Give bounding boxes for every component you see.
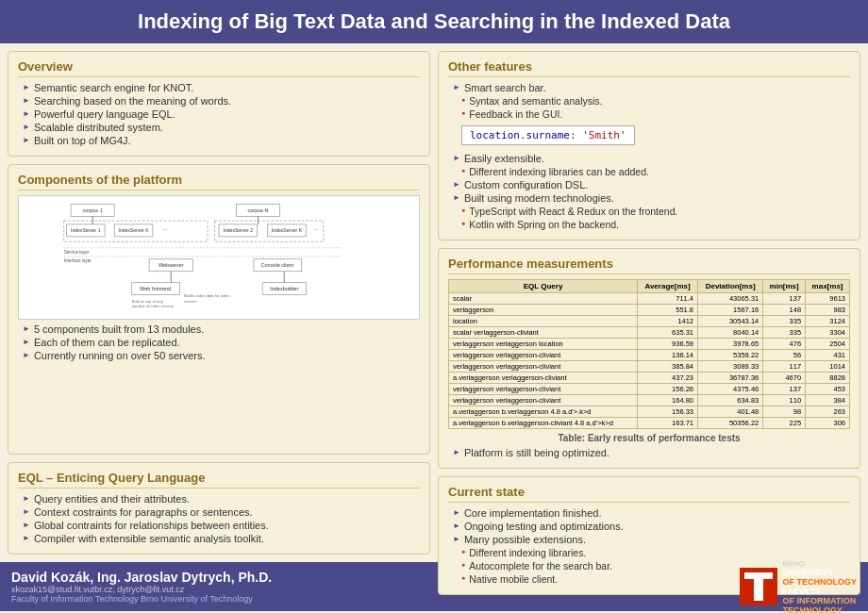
- list-item: Searching based on the meaning of words.: [23, 95, 420, 107]
- brno-logo: [740, 568, 777, 605]
- svg-text:number of index servers: number of index servers: [132, 304, 174, 308]
- table-row: scalar verlaggerson-cliviant635.318040.1…: [449, 327, 850, 339]
- architecture-diagram: corpus 1 corpus N IndexServer 1 IndexSer…: [23, 200, 415, 313]
- svg-text:IndexServer K: IndexServer K: [272, 227, 303, 233]
- components-list: 5 components built from 13 modules. Each…: [18, 323, 420, 361]
- table-row: verlaggerson verlaggerson-cliviant164.80…: [449, 395, 850, 406]
- performance-notes: Platform is still being optimized.: [448, 447, 850, 458]
- table-row: verlaggerson verlaggerson-cliviant156.26…: [449, 384, 850, 395]
- list-item: Syntax and semantic analysis.: [461, 95, 850, 107]
- list-item: Powerful query language EQL.: [23, 108, 420, 120]
- list-item: Query entities and their attributes.: [23, 493, 420, 505]
- list-item: Currently running on over 50 servers.: [23, 350, 420, 361]
- other-features-list: Smart search bar.: [448, 82, 850, 93]
- performance-section: Performance measurements EQL Query Avera…: [438, 248, 860, 469]
- footer-right: BRNO UNIVERSITY OF TECHNOLOGY FACULTY OF…: [740, 559, 858, 614]
- current-state-title: Current state: [448, 485, 850, 503]
- other-features-section: Other features Smart search bar. Syntax …: [438, 51, 860, 240]
- other-features-title: Other features: [448, 59, 850, 77]
- col-header-query: EQL Query: [449, 280, 638, 293]
- list-item: Feedback in the GUI.: [461, 108, 850, 120]
- col-header-avg: Average[ms]: [638, 280, 698, 293]
- overview-list: Semantic search engine for KNOT. Searchi…: [18, 82, 420, 146]
- list-item: 5 components built from 13 modules.: [23, 323, 420, 335]
- left-column: Overview Semantic search engine for KNOT…: [8, 51, 430, 555]
- col-header-max: max[ms]: [806, 280, 850, 293]
- components-section: Components of the platform corpus 1 corp…: [8, 164, 430, 455]
- overview-section: Overview Semantic search engine for KNOT…: [8, 51, 430, 157]
- svg-text:Web frontend: Web frontend: [140, 286, 171, 291]
- email: xkozak15@stud.fit.vutbr.cz, dytrych@fit.…: [11, 585, 272, 594]
- list-item: Platform is still being optimized.: [453, 447, 850, 458]
- list-item: Built on top of MG4J.: [23, 135, 420, 146]
- list-item: Custom configuration DSL.: [453, 179, 850, 191]
- footer-left: David Kozák, Ing. Jaroslav Dytrych, Ph.D…: [11, 570, 272, 604]
- list-item: Smart search bar.: [453, 82, 850, 93]
- table-row: verlaggerson verlaggerson location936.59…: [449, 339, 850, 350]
- table-row: verlaggerson551.81567.16148983: [449, 305, 850, 316]
- table-row: verlaggerson verlaggerson-cliviant385.84…: [449, 361, 850, 373]
- list-item: Many possible extensions.: [453, 534, 850, 545]
- svg-text:Indexbuilder: Indexbuilder: [270, 286, 298, 291]
- svg-text:corpus 1: corpus 1: [83, 207, 103, 213]
- list-item: Kotlin with Spring on the backend.: [461, 219, 850, 230]
- other-sub-list-1: Different indexing libraries can be adde…: [448, 166, 850, 177]
- table-row: a.verlaggerson verlaggerson-cliviant437.…: [449, 373, 850, 384]
- list-item: Global contraints for relationships betw…: [23, 520, 420, 531]
- right-column: Other features Smart search bar. Syntax …: [438, 51, 860, 555]
- diagram-area: corpus 1 corpus N IndexServer 1 IndexSer…: [18, 195, 420, 320]
- list-item: Scalable distributed system.: [23, 122, 420, 133]
- eql-section: EQL – Enticing Query Language Query enti…: [8, 462, 430, 555]
- institution-name: BRNO UNIVERSITY OF TECHNOLOGY FACULTY OF…: [783, 559, 858, 614]
- list-item: Different indexing libraries.: [461, 547, 850, 558]
- table-row: a.verlaggerson b.verlaggerson-cliviant 4…: [449, 418, 850, 429]
- eql-list: Query entities and their attributes. Con…: [18, 493, 420, 544]
- university: Faculty of Information Technology Brno U…: [11, 594, 272, 604]
- header: Indexing of Big Text Data and Searching …: [0, 0, 868, 43]
- of-information-label: OF INFORMATION: [783, 596, 858, 605]
- svg-rect-37: [744, 572, 773, 579]
- other-sub-list-3: TypeScript with React & Redux on the fro…: [448, 206, 850, 230]
- svg-text:IndexServer 1: IndexServer 1: [71, 227, 101, 233]
- svg-text:IndexServer 2: IndexServer 2: [224, 227, 254, 233]
- other-features-list-3: Custom configuration DSL. Built using mo…: [448, 179, 850, 204]
- svg-text:Interface layer: Interface layer: [64, 258, 92, 263]
- components-title: Components of the platform: [18, 173, 420, 191]
- table-row: scalar711.443065.311379613: [449, 293, 850, 305]
- svg-text:Webserver: Webserver: [159, 262, 184, 268]
- svg-rect-38: [754, 579, 763, 601]
- table-row: verlaggerson verlaggerson-cliviant136.14…: [449, 350, 850, 361]
- faculty-label: FACULTY: [783, 587, 858, 596]
- list-item: TypeScript with React & Redux on the fro…: [461, 206, 850, 217]
- of-technology-label: OF TECHNOLOGY: [783, 577, 858, 587]
- authors: David Kozák, Ing. Jaroslav Dytrych, Ph.D…: [11, 570, 272, 585]
- col-header-min: min[ms]: [763, 280, 806, 293]
- university-label: UNIVERSITY: [783, 568, 858, 577]
- svg-text:...: ...: [162, 224, 168, 231]
- svg-text:Builds index data for index-: Builds index data for index-: [184, 293, 232, 298]
- current-state-list: Core implementation finished. Ongoing te…: [448, 507, 850, 545]
- other-sub-list-0: Syntax and semantic analysis. Feedback i…: [448, 95, 850, 120]
- svg-text:IndexServer K: IndexServer K: [118, 227, 149, 233]
- technology-fac-label: TECHNOLOGY: [783, 605, 858, 614]
- list-item: Semantic search engine for KNOT.: [23, 82, 420, 93]
- performance-title: Performance measurements: [448, 257, 850, 274]
- svg-text:Service layer: Service layer: [64, 250, 90, 255]
- list-item: Ongoing testing and optimizations.: [453, 521, 850, 532]
- performance-table: EQL Query Average[ms] Deviation[ms] min[…: [448, 279, 850, 429]
- svg-text:...: ...: [314, 224, 320, 231]
- list-item: Easily extensible.: [453, 153, 850, 164]
- list-item: Core implementation finished.: [453, 507, 850, 519]
- svg-text:corpus N: corpus N: [247, 207, 268, 213]
- col-header-dev: Deviation[ms]: [698, 280, 763, 293]
- table-caption: Table: Early results of performance test…: [448, 433, 850, 443]
- table-row: location141230543.143353124: [449, 316, 850, 327]
- svg-text:servers: servers: [184, 299, 197, 304]
- search-example-box: location.surname: 'Smith': [461, 125, 635, 145]
- list-item: Each of them can be replicated.: [23, 337, 420, 348]
- page-title: Indexing of Big Text Data and Searching …: [138, 9, 730, 33]
- eql-title: EQL – Enticing Query Language: [18, 471, 420, 489]
- list-item: Different indexing libraries can be adde…: [461, 166, 850, 177]
- table-row: a.verlaggerson b.verlaggerson 4.8 a.d'>.…: [449, 406, 850, 418]
- other-features-list-2: Easily extensible.: [448, 153, 850, 164]
